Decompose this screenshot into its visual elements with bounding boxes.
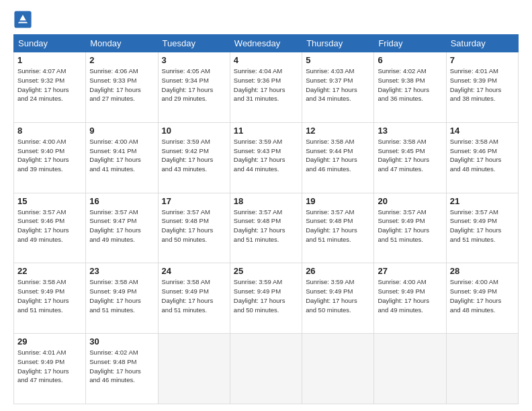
- weekday-header-cell: Sunday: [14, 35, 86, 52]
- header: [13, 10, 519, 29]
- day-info: Sunrise: 3:59 AM Sunset: 9:42 PM Dayligh…: [162, 137, 226, 174]
- logo-icon: [13, 10, 32, 29]
- calendar-day-cell: 10Sunrise: 3:59 AM Sunset: 9:42 PM Dayli…: [158, 122, 230, 193]
- day-info: Sunrise: 4:00 AM Sunset: 9:49 PM Dayligh…: [378, 277, 442, 314]
- calendar-day-cell: 25Sunrise: 3:59 AM Sunset: 9:49 PM Dayli…: [230, 263, 302, 334]
- logo: [13, 10, 35, 29]
- day-info: Sunrise: 4:00 AM Sunset: 9:49 PM Dayligh…: [450, 277, 515, 314]
- calendar-day-cell: 5Sunrise: 4:03 AM Sunset: 9:37 PM Daylig…: [302, 52, 374, 123]
- day-number: 24: [162, 266, 226, 276]
- day-number: 17: [162, 196, 226, 206]
- weekday-header-cell: Saturday: [446, 35, 518, 52]
- calendar-body: 1Sunrise: 4:07 AM Sunset: 9:32 PM Daylig…: [14, 52, 519, 404]
- day-number: 15: [17, 196, 82, 206]
- calendar-day-cell: 30Sunrise: 4:02 AM Sunset: 9:48 PM Dayli…: [86, 334, 158, 404]
- calendar-day-cell: 23Sunrise: 3:58 AM Sunset: 9:49 PM Dayli…: [86, 263, 158, 334]
- day-info: Sunrise: 3:58 AM Sunset: 9:44 PM Dayligh…: [306, 137, 370, 174]
- calendar-day-cell: 12Sunrise: 3:58 AM Sunset: 9:44 PM Dayli…: [302, 122, 374, 193]
- day-info: Sunrise: 3:59 AM Sunset: 9:43 PM Dayligh…: [234, 137, 298, 174]
- calendar-week-row: 8Sunrise: 4:00 AM Sunset: 9:40 PM Daylig…: [14, 122, 519, 193]
- calendar-day-cell: 6Sunrise: 4:02 AM Sunset: 9:38 PM Daylig…: [374, 52, 446, 123]
- day-number: 12: [306, 126, 370, 136]
- calendar-week-row: 29Sunrise: 4:01 AM Sunset: 9:49 PM Dayli…: [14, 334, 519, 404]
- calendar-day-cell: 2Sunrise: 4:06 AM Sunset: 9:33 PM Daylig…: [86, 52, 158, 123]
- calendar-week-row: 22Sunrise: 3:58 AM Sunset: 9:49 PM Dayli…: [14, 263, 519, 334]
- calendar-day-cell: 3Sunrise: 4:05 AM Sunset: 9:34 PM Daylig…: [158, 52, 230, 123]
- calendar-day-cell: [230, 334, 302, 404]
- calendar-day-cell: 26Sunrise: 3:59 AM Sunset: 9:49 PM Dayli…: [302, 263, 374, 334]
- day-number: 7: [450, 55, 515, 65]
- calendar-day-cell: 19Sunrise: 3:57 AM Sunset: 9:48 PM Dayli…: [302, 193, 374, 263]
- calendar-week-row: 1Sunrise: 4:07 AM Sunset: 9:32 PM Daylig…: [14, 52, 519, 123]
- calendar-week-row: 15Sunrise: 3:57 AM Sunset: 9:46 PM Dayli…: [14, 193, 519, 263]
- day-number: 27: [378, 266, 442, 276]
- day-info: Sunrise: 3:58 AM Sunset: 9:45 PM Dayligh…: [378, 137, 442, 174]
- day-info: Sunrise: 3:57 AM Sunset: 9:49 PM Dayligh…: [378, 208, 442, 244]
- day-number: 4: [234, 55, 298, 65]
- day-number: 22: [17, 266, 82, 276]
- day-number: 21: [450, 196, 515, 206]
- day-info: Sunrise: 4:06 AM Sunset: 9:33 PM Dayligh…: [89, 66, 154, 103]
- day-info: Sunrise: 3:58 AM Sunset: 9:49 PM Dayligh…: [89, 277, 154, 314]
- day-number: 29: [17, 336, 82, 347]
- calendar-day-cell: 18Sunrise: 3:57 AM Sunset: 9:48 PM Dayli…: [230, 193, 302, 263]
- calendar-day-cell: 21Sunrise: 3:57 AM Sunset: 9:49 PM Dayli…: [446, 193, 518, 263]
- day-number: 8: [17, 126, 82, 136]
- calendar: SundayMondayTuesdayWednesdayThursdayFrid…: [13, 34, 519, 404]
- day-info: Sunrise: 3:59 AM Sunset: 9:49 PM Dayligh…: [306, 277, 370, 314]
- calendar-header: SundayMondayTuesdayWednesdayThursdayFrid…: [14, 35, 519, 52]
- day-info: Sunrise: 4:00 AM Sunset: 9:40 PM Dayligh…: [17, 137, 82, 174]
- day-info: Sunrise: 4:07 AM Sunset: 9:32 PM Dayligh…: [17, 66, 82, 103]
- day-number: 14: [450, 126, 515, 136]
- calendar-day-cell: 13Sunrise: 3:58 AM Sunset: 9:45 PM Dayli…: [374, 122, 446, 193]
- calendar-day-cell: [446, 334, 518, 404]
- calendar-day-cell: 1Sunrise: 4:07 AM Sunset: 9:32 PM Daylig…: [14, 52, 86, 123]
- calendar-day-cell: 28Sunrise: 4:00 AM Sunset: 9:49 PM Dayli…: [446, 263, 518, 334]
- day-number: 1: [17, 55, 82, 65]
- calendar-day-cell: 15Sunrise: 3:57 AM Sunset: 9:46 PM Dayli…: [14, 193, 86, 263]
- calendar-day-cell: 11Sunrise: 3:59 AM Sunset: 9:43 PM Dayli…: [230, 122, 302, 193]
- calendar-day-cell: 16Sunrise: 3:57 AM Sunset: 9:47 PM Dayli…: [86, 193, 158, 263]
- day-number: 16: [89, 196, 154, 206]
- weekday-header-cell: Monday: [86, 35, 158, 52]
- calendar-day-cell: 20Sunrise: 3:57 AM Sunset: 9:49 PM Dayli…: [374, 193, 446, 263]
- day-info: Sunrise: 3:58 AM Sunset: 9:49 PM Dayligh…: [162, 277, 226, 314]
- page: SundayMondayTuesdayWednesdayThursdayFrid…: [0, 0, 532, 411]
- calendar-day-cell: 14Sunrise: 3:58 AM Sunset: 9:46 PM Dayli…: [446, 122, 518, 193]
- day-number: 19: [306, 196, 370, 206]
- weekday-header-cell: Friday: [374, 35, 446, 52]
- day-info: Sunrise: 3:57 AM Sunset: 9:48 PM Dayligh…: [306, 208, 370, 244]
- day-number: 28: [450, 266, 515, 276]
- day-info: Sunrise: 3:57 AM Sunset: 9:47 PM Dayligh…: [89, 208, 154, 244]
- day-info: Sunrise: 3:57 AM Sunset: 9:48 PM Dayligh…: [162, 208, 226, 244]
- day-info: Sunrise: 4:03 AM Sunset: 9:37 PM Dayligh…: [306, 66, 370, 103]
- day-number: 30: [89, 336, 154, 347]
- calendar-day-cell: [302, 334, 374, 404]
- svg-rect-2: [17, 20, 29, 21]
- weekday-header-row: SundayMondayTuesdayWednesdayThursdayFrid…: [14, 35, 519, 52]
- day-number: 5: [306, 55, 370, 65]
- day-number: 18: [234, 196, 298, 206]
- day-number: 10: [162, 126, 226, 136]
- day-info: Sunrise: 3:58 AM Sunset: 9:46 PM Dayligh…: [450, 137, 515, 174]
- day-number: 9: [89, 126, 154, 136]
- calendar-day-cell: 24Sunrise: 3:58 AM Sunset: 9:49 PM Dayli…: [158, 263, 230, 334]
- day-info: Sunrise: 4:05 AM Sunset: 9:34 PM Dayligh…: [162, 66, 226, 103]
- day-number: 6: [378, 55, 442, 65]
- day-number: 23: [89, 266, 154, 276]
- calendar-day-cell: 7Sunrise: 4:01 AM Sunset: 9:39 PM Daylig…: [446, 52, 518, 123]
- calendar-day-cell: 9Sunrise: 4:00 AM Sunset: 9:41 PM Daylig…: [86, 122, 158, 193]
- day-info: Sunrise: 3:59 AM Sunset: 9:49 PM Dayligh…: [234, 277, 298, 314]
- day-info: Sunrise: 4:02 AM Sunset: 9:38 PM Dayligh…: [378, 66, 442, 103]
- day-info: Sunrise: 4:04 AM Sunset: 9:36 PM Dayligh…: [234, 66, 298, 103]
- day-info: Sunrise: 4:02 AM Sunset: 9:48 PM Dayligh…: [89, 348, 154, 385]
- calendar-day-cell: [158, 334, 230, 404]
- weekday-header-cell: Wednesday: [230, 35, 302, 52]
- calendar-day-cell: 4Sunrise: 4:04 AM Sunset: 9:36 PM Daylig…: [230, 52, 302, 123]
- day-number: 2: [89, 55, 154, 65]
- weekday-header-cell: Tuesday: [158, 35, 230, 52]
- day-info: Sunrise: 3:57 AM Sunset: 9:46 PM Dayligh…: [17, 208, 82, 244]
- day-info: Sunrise: 3:58 AM Sunset: 9:49 PM Dayligh…: [17, 277, 82, 314]
- day-number: 20: [378, 196, 442, 206]
- day-info: Sunrise: 3:57 AM Sunset: 9:49 PM Dayligh…: [450, 208, 515, 244]
